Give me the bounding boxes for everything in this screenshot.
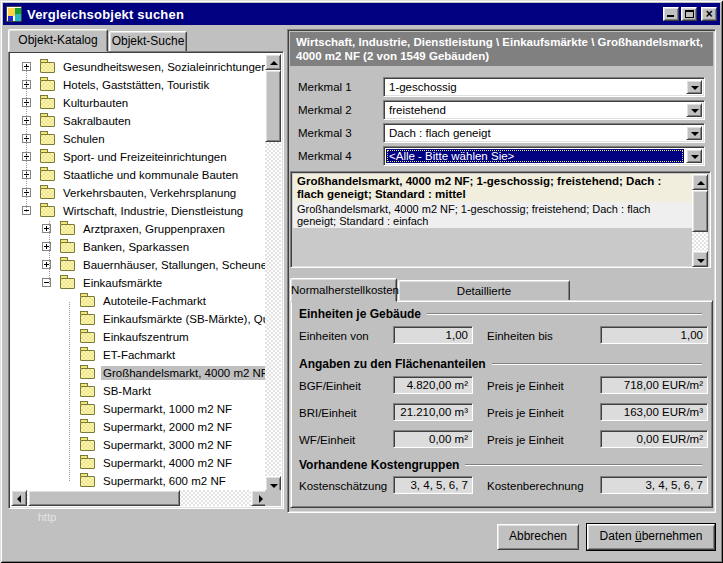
merkmal-3-select[interactable]: Dach : flach geneigt — [383, 123, 705, 143]
tree-item[interactable]: Autoteile-Fachmarkt — [11, 292, 265, 310]
merkmal-2-label: Merkmal 2 — [298, 100, 378, 120]
wf-einheit-field[interactable]: 0,00 m² — [393, 430, 473, 448]
tree-item-label: Supermarkt, 600 m2 NF — [101, 474, 228, 488]
tree-horizontal-scrollbar[interactable] — [11, 490, 267, 506]
kostensch-tzung-field[interactable]: 3, 4, 5, 6, 7 — [393, 476, 473, 494]
tree-item[interactable]: Supermarkt, 3000 m2 NF — [11, 436, 265, 454]
tree-item-label: Verkehrsbauten, Verkehrsplanung — [61, 186, 238, 200]
tab-objekt-suche[interactable]: Objekt-Suche — [109, 31, 187, 52]
preis-je-einheit-field[interactable]: 0,00 EUR/m² — [600, 430, 708, 448]
einheiten-von-field[interactable]: 1,00 — [393, 326, 473, 344]
tree-item[interactable]: Einkaufsmärkte (SB-Märkte), Que — [11, 310, 265, 328]
result-item[interactable]: Großhandelsmarkt, 4000 m2 NF; 1-geschoss… — [293, 202, 692, 228]
tree-item[interactable]: Hotels, Gaststätten, Touristik — [11, 76, 265, 94]
close-button[interactable]: × — [701, 7, 717, 21]
bgf-einheit-field[interactable]: 4.820,00 m² — [393, 376, 473, 394]
merkmal-1-label: Merkmal 1 — [298, 77, 378, 97]
tree-item[interactable]: Wirtschaft, Industrie, Dienstleistung — [11, 202, 265, 220]
folder-icon — [80, 440, 95, 451]
tree-item-label: Banken, Sparkassen — [81, 240, 191, 254]
merkmal-4-select[interactable]: <Alle - Bitte wählen Sie> — [383, 146, 705, 166]
tree-items: Gesundheitswesen, SozialeinrichtungenHot… — [11, 54, 265, 492]
scroll-down-icon[interactable] — [692, 251, 708, 267]
folder-icon — [40, 98, 55, 109]
scroll-left-icon[interactable] — [11, 490, 27, 506]
tree-item[interactable]: Einkaufszentrum — [11, 328, 265, 346]
minimize-icon — [667, 15, 674, 17]
maximize-button[interactable] — [681, 7, 697, 21]
folder-icon — [80, 476, 95, 487]
folder-icon — [80, 386, 95, 397]
einheiten-von-label: Einheiten von — [299, 328, 369, 345]
tree-hscroll-thumb[interactable] — [28, 490, 180, 506]
folder-icon — [40, 62, 55, 73]
folder-icon — [80, 368, 95, 379]
scroll-up-icon[interactable] — [692, 174, 708, 190]
folder-icon — [80, 350, 95, 361]
object-catalog-tree: Gesundheitswesen, SozialeinrichtungenHot… — [8, 51, 284, 509]
tab-objekt-katalog[interactable]: Objekt-Katalog — [8, 29, 108, 52]
scrollbar-corner — [265, 490, 281, 506]
accept-button[interactable]: Daten übernehmen — [587, 524, 715, 550]
tree-item[interactable]: SB-Markt — [11, 382, 265, 400]
tree-item-label: Sakralbauten — [61, 114, 133, 128]
tree-item[interactable]: Großhandelsmarkt, 4000 m2 NF — [11, 364, 265, 382]
chevron-down-icon[interactable] — [686, 149, 702, 163]
preis-je-einheit-field[interactable]: 163,00 EUR/m³ — [600, 403, 708, 421]
tree-item[interactable]: ET-Fachmarkt — [11, 346, 265, 364]
result-item[interactable]: Großhandelsmarkt, 4000 m2 NF; 1-geschoss… — [293, 174, 692, 202]
wf-einheit-label: WF/Einheit — [299, 432, 355, 449]
tree-item-label: Gesundheitswesen, Sozialeinrichtungen — [61, 60, 265, 74]
kostensch-tzung-label: Kostenschätzung — [299, 478, 387, 495]
tree-connector — [49, 221, 50, 284]
tree-vertical-scrollbar[interactable] — [265, 54, 281, 492]
section-heading-text: Vorhandene Kostengruppen — [299, 458, 459, 472]
section-divider — [465, 464, 702, 466]
preis-je-einheit-field[interactable]: 718,00 EUR/m² — [600, 376, 708, 394]
einheiten-bis-field[interactable]: 1,00 — [600, 326, 708, 344]
tree-item-label: Einkaufszentrum — [101, 330, 191, 344]
tree-item[interactable]: Supermarkt, 4000 m2 NF — [11, 454, 265, 472]
bri-einheit-field[interactable]: 21.210,00 m³ — [393, 403, 473, 421]
tree-item[interactable]: Sakralbauten — [11, 112, 265, 130]
minimize-button[interactable] — [663, 7, 679, 21]
tree-item[interactable]: Kulturbauten — [11, 94, 265, 112]
tree-item[interactable]: Verkehrsbauten, Verkehrsplanung — [11, 184, 265, 202]
tree-connector — [69, 302, 70, 482]
list-vscroll-thumb[interactable] — [692, 190, 708, 232]
tree-item[interactable]: Schulen — [11, 130, 265, 148]
folder-icon — [40, 116, 55, 127]
folder-icon — [80, 458, 95, 469]
chevron-down-icon[interactable] — [686, 80, 702, 94]
tree-item[interactable]: Staatliche und kommunale Bauten — [11, 166, 265, 184]
kostenberechnung-field[interactable]: 3, 4, 5, 6, 7 — [600, 476, 708, 494]
list-vertical-scrollbar[interactable] — [692, 174, 708, 267]
app-icon — [6, 6, 22, 22]
preis-je-einheit-label: Preis je Einheit — [487, 432, 564, 449]
merkmal-1-select[interactable]: 1-geschossig — [383, 77, 705, 97]
dialog-window: Vergleichsobjekt suchen × Objekt-Katalog… — [0, 0, 723, 563]
chevron-down-icon[interactable] — [686, 126, 702, 140]
tree-item[interactable]: Gesundheitswesen, Sozialeinrichtungen — [11, 58, 265, 76]
folder-icon — [80, 314, 95, 325]
merkmal-2-select[interactable]: freistehend — [383, 100, 705, 120]
section-divider — [427, 313, 702, 315]
tree-item[interactable]: Supermarkt, 1000 m2 NF — [11, 400, 265, 418]
tree-item[interactable]: Supermarkt, 2000 m2 NF — [11, 418, 265, 436]
tree-item-label: Supermarkt, 1000 m2 NF — [101, 402, 234, 416]
costs-tab-panel: Einheiten je GebäudeEinheiten von1,00Ein… — [290, 300, 713, 508]
folder-icon — [60, 224, 75, 235]
scroll-up-icon[interactable] — [265, 54, 281, 70]
tree-vscroll-thumb[interactable] — [265, 70, 281, 142]
tree-item[interactable]: Supermarkt, 600 m2 NF — [11, 472, 265, 490]
cancel-button[interactable]: Abbrechen — [497, 524, 579, 550]
folder-icon — [60, 278, 75, 289]
tab-detaillierte-gebaeudebeschreibung[interactable]: Detaillierte Gebäudebeschreibung — [398, 280, 570, 302]
chevron-down-icon[interactable] — [686, 103, 702, 117]
tree-item-label: Supermarkt, 2000 m2 NF — [101, 420, 234, 434]
tab-normalherstellkosten[interactable]: Normalherstellkosten — [290, 278, 397, 302]
tree-item[interactable]: Sport- und Freizeiteinrichtungen — [11, 148, 265, 166]
section-heading: Angaben zu den Flächenanteilen — [299, 357, 702, 371]
folder-icon — [40, 80, 55, 91]
folder-icon — [40, 188, 55, 199]
